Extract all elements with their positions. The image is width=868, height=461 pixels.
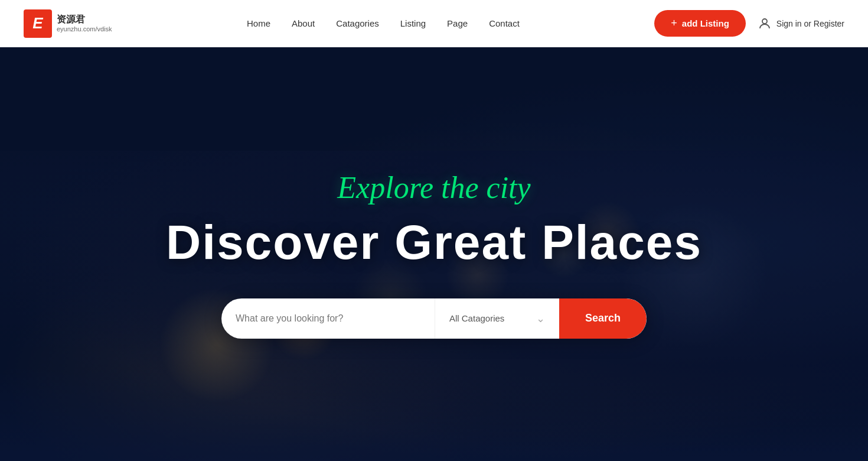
hero-section: Explore the city Discover Great Places A…	[0, 47, 868, 461]
logo-url: eyunzhu.com/vdisk	[57, 25, 112, 33]
logo-text: 资源君 eyunzhu.com/vdisk	[57, 14, 112, 33]
nav-page[interactable]: Page	[447, 18, 468, 28]
search-bar: All Catagories ⌄ Search	[221, 298, 647, 339]
plus-icon: +	[671, 17, 677, 30]
add-listing-label: add Listing	[682, 18, 729, 28]
search-input-wrap	[221, 298, 435, 339]
nav-catagories[interactable]: Catagories	[336, 18, 379, 28]
user-icon	[758, 17, 772, 31]
category-dropdown[interactable]: All Catagories ⌄	[435, 298, 559, 339]
nav-listing[interactable]: Listing	[400, 18, 426, 28]
search-input[interactable]	[236, 313, 420, 324]
add-listing-button[interactable]: + add Listing	[654, 10, 746, 37]
svg-point-0	[762, 19, 767, 24]
nav-contact[interactable]: Contact	[489, 18, 520, 28]
sign-in-label: Sign in or Register	[776, 19, 844, 28]
category-label: All Catagories	[449, 313, 536, 323]
logo[interactable]: E 资源君 eyunzhu.com/vdisk	[24, 9, 112, 38]
hero-subtitle: Explore the city	[337, 170, 530, 205]
nav-right: + add Listing Sign in or Register	[654, 10, 844, 37]
hero-content: Explore the city Discover Great Places A…	[166, 170, 702, 339]
nav-about[interactable]: About	[292, 18, 315, 28]
hero-title: Discover Great Places	[166, 215, 702, 270]
nav-links: Home About Catagories Listing Page Conta…	[247, 18, 520, 29]
navbar: E 资源君 eyunzhu.com/vdisk Home About Catag…	[0, 0, 868, 47]
nav-home[interactable]: Home	[247, 18, 270, 28]
search-button[interactable]: Search	[559, 298, 647, 339]
chevron-down-icon: ⌄	[536, 312, 545, 325]
logo-name: 资源君	[57, 14, 112, 25]
logo-icon: E	[24, 9, 52, 38]
sign-in-link[interactable]: Sign in or Register	[758, 17, 844, 31]
